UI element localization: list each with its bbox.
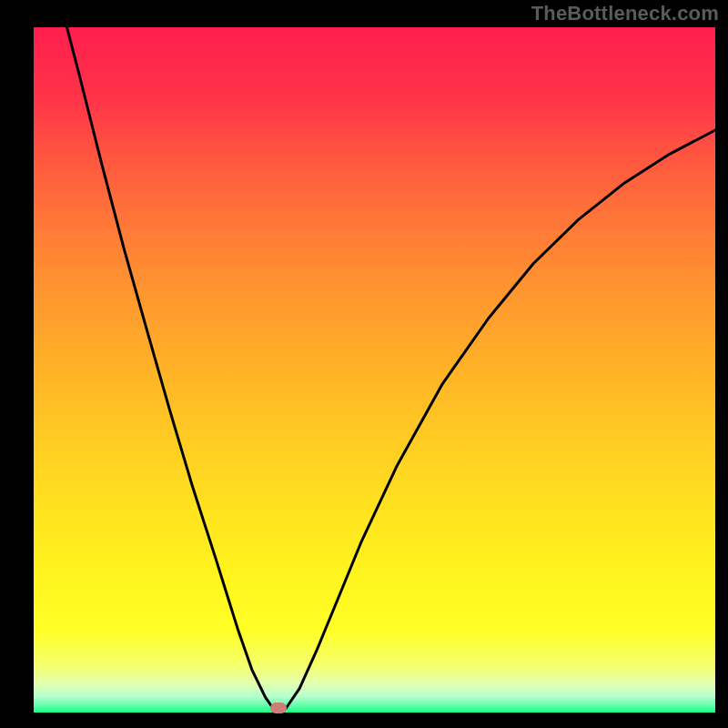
optimal-point-marker bbox=[270, 703, 287, 713]
bottleneck-plot bbox=[0, 0, 728, 728]
chart-frame: TheBottleneck.com bbox=[0, 0, 728, 728]
plot-background bbox=[34, 27, 715, 713]
watermark-text: TheBottleneck.com bbox=[531, 2, 719, 25]
